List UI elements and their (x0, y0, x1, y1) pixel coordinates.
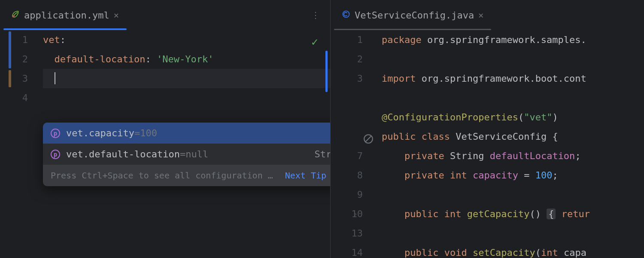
completion-key: vet.capacity (66, 128, 134, 138)
fold-placeholder[interactable]: { (547, 209, 556, 219)
close-icon[interactable]: ✕ (114, 10, 119, 20)
yaml-key: vet (43, 34, 60, 45)
left-tabbar: application.yml ✕ ⋮ (0, 0, 330, 30)
error-stripe-marker[interactable] (325, 51, 328, 92)
gutter-line: 1 (0, 30, 28, 49)
gutter-line: 2 (331, 49, 363, 69)
completion-type: String (315, 149, 330, 160)
annotation: @ConfigurationProperties (382, 112, 518, 123)
blocked-icon (363, 133, 374, 147)
right-editor[interactable]: 1 2 3 7 8 9 10› 13 14 package org.spring… (331, 30, 644, 258)
gutter-line (331, 108, 363, 127)
gutter-line: 10› (331, 204, 363, 224)
spring-leaf-icon (11, 10, 20, 21)
completion-popup: p vet.capacity=100 int p vet.default-loc… (43, 123, 330, 186)
completion-item[interactable]: p vet.capacity=100 int (43, 123, 330, 144)
gutter-line: 3 (331, 69, 363, 88)
svg-rect-1 (13, 15, 13, 16)
footer-hint: Press Ctrl+Space to see all configuratio… (51, 170, 278, 181)
completion-key: vet.default-location (66, 149, 180, 160)
text-caret (55, 72, 55, 84)
gutter-line: 3 (0, 69, 28, 88)
property-icon: p (51, 129, 60, 138)
gutter-line: 8 (331, 166, 363, 185)
right-tabbar: VetServiceConfig.java ✕ (331, 0, 644, 30)
tab-application-yml[interactable]: application.yml ✕ (3, 0, 127, 30)
completion-item[interactable]: p vet.default-location=null String (43, 144, 330, 165)
yaml-value: New-York (162, 54, 208, 64)
left-editor[interactable]: 1 2 3 4 vet: default-location: 'New-York… (0, 30, 330, 258)
completion-default: null (185, 149, 208, 160)
tab-vetserviceconfig[interactable]: VetServiceConfig.java ✕ (334, 0, 491, 30)
checkmark-icon: ✓ (311, 35, 318, 48)
tab-label: application.yml (24, 10, 109, 21)
right-editor-pane: VetServiceConfig.java ✕ 1 2 3 7 8 9 10› … (331, 0, 644, 258)
current-line[interactable] (43, 69, 330, 88)
gutter-line (331, 127, 363, 146)
gutter-line: 9 (331, 185, 363, 204)
property-icon: p (51, 150, 60, 159)
gutter-line: 14 (331, 243, 363, 258)
tab-label: VetServiceConfig.java (355, 10, 474, 21)
left-gutter: 1 2 3 4 (0, 30, 41, 258)
gutter-line: 1 (331, 30, 363, 49)
fold-expand-icon[interactable]: › (353, 204, 358, 224)
tab-more-actions-icon[interactable]: ⋮ (305, 10, 327, 20)
completion-default: 100 (140, 128, 157, 138)
right-code[interactable]: package org.springframework.samples. imp… (376, 30, 644, 258)
close-icon[interactable]: ✕ (478, 10, 483, 20)
left-editor-pane: application.yml ✕ ⋮ 1 2 3 4 vet: default… (0, 0, 331, 258)
svg-line-3 (366, 136, 371, 142)
gutter-line: 2 (0, 49, 28, 69)
gutter-line: 4 (0, 88, 28, 108)
completion-footer: Press Ctrl+Space to see all configuratio… (43, 165, 330, 186)
next-tip-link[interactable]: Next Tip (285, 170, 326, 181)
gutter-line: 13 (331, 224, 363, 243)
class-icon (342, 10, 350, 21)
gutter-line: 7 (331, 146, 363, 166)
yaml-key: default-location (55, 54, 146, 64)
ide-split-view: application.yml ✕ ⋮ 1 2 3 4 vet: default… (0, 0, 644, 258)
gutter-line (331, 88, 363, 108)
